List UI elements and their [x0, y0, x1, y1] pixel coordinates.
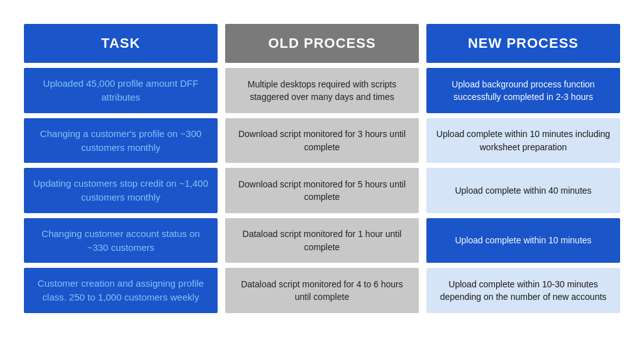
main-container: TASK Uploaded 45,000 profile amount DFF … [14, 14, 630, 323]
new-cell-4: Upload complete within 10-30 minutes dep… [426, 268, 620, 313]
new-cell-0: Upload background process function succe… [426, 68, 620, 113]
task-cell-3: Changing customer account status on ~330… [24, 218, 218, 263]
old-cell-3: Dataload script monitored for 1 hour unt… [225, 218, 419, 263]
old-cell-1: Download script monitored for 3 hours un… [225, 118, 419, 163]
old-cell-0: Multiple desktops required with scripts … [225, 68, 419, 113]
new-cell-1: Upload complete within 10 minutes includ… [426, 118, 620, 163]
old-cell-2: Download script monitored for 5 hours un… [225, 168, 419, 213]
new-cell-3: Upload complete within 10 minutes [426, 218, 620, 263]
new-header: NEW PROCESS [426, 24, 620, 63]
old-header: OLD PROCESS [225, 24, 419, 63]
old-process-column: OLD PROCESS Multiple desktops required w… [225, 24, 419, 313]
task-column: TASK Uploaded 45,000 profile amount DFF … [24, 24, 218, 313]
task-cell-0: Uploaded 45,000 profile amount DFF attri… [24, 68, 218, 113]
task-cell-1: Changing a customer's profile on ~300 cu… [24, 118, 218, 163]
task-cell-4: Customer creation and assigning profile … [24, 268, 218, 313]
new-cell-2: Upload complete within 40 minutes [426, 168, 620, 213]
task-cell-2: Updating customers stop credit on ~1,400… [24, 168, 218, 213]
new-process-column: NEW PROCESS Upload background process fu… [426, 24, 620, 313]
old-cell-4: Dataload script monitored for 4 to 6 hou… [225, 268, 419, 313]
task-header: TASK [24, 24, 218, 63]
